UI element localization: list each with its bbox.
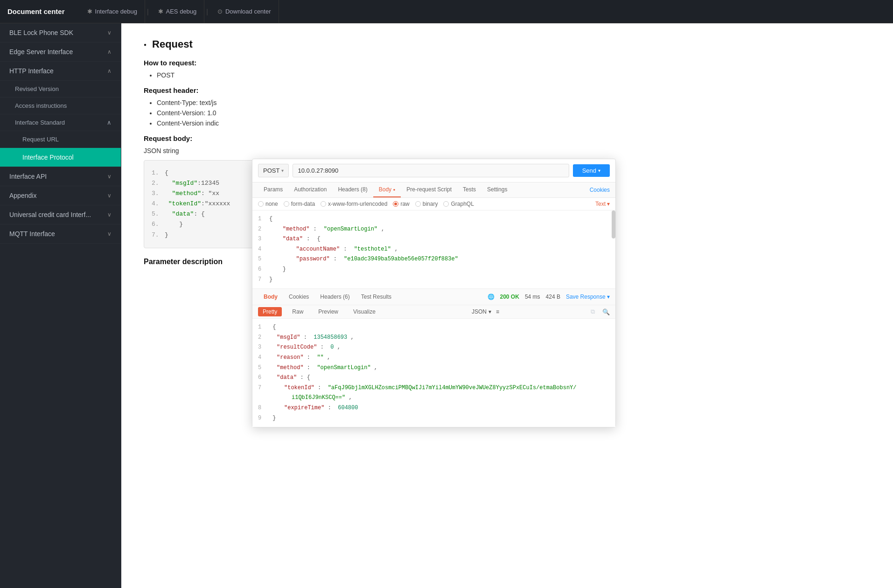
postman-resp-opt-visualize[interactable]: Visualize — [349, 307, 380, 316]
sidebar-item-edge-server[interactable]: Edge Server Interface ∧ — [0, 42, 121, 62]
postman-tab-authorization[interactable]: Authorization — [288, 182, 332, 197]
postman-method-select[interactable]: POST ▾ — [258, 164, 289, 177]
tab-download-center-label: Download center — [225, 8, 271, 15]
scrollbar-handle[interactable] — [612, 210, 615, 238]
copy-icon[interactable]: ⧉ — [591, 308, 595, 315]
body-option-form-data[interactable]: form-data — [284, 201, 315, 207]
sidebar-item-revised-version[interactable]: Revised Version — [0, 81, 121, 98]
format-label: JSON — [472, 308, 487, 315]
request-header-label: Request header: — [144, 86, 500, 94]
postman-tab-body[interactable]: Body ● — [373, 182, 401, 197]
postman-url-input[interactable]: 10.0.0.27:8090 — [293, 164, 569, 177]
sidebar-item-interface-protocol[interactable]: Interface Protocol — [0, 148, 121, 167]
req-line-5: 5 "password" : "e10adc3949ba59abbe56e057… — [258, 254, 610, 265]
chevron-up-icon-http: ∧ — [107, 68, 112, 74]
send-chevron-icon: ▾ — [598, 168, 600, 173]
save-response-button[interactable]: Save Response ▾ — [566, 294, 610, 300]
postman-cookies-link[interactable]: Cookies — [590, 187, 610, 193]
sidebar-item-universal-credit[interactable]: Universal credit card Interf... ∨ — [0, 205, 121, 224]
postman-tab-pre-request[interactable]: Pre-request Script — [401, 182, 457, 197]
how-to-request-label: How to request: — [144, 59, 500, 67]
req-line-6: 6 } — [258, 265, 610, 275]
postman-tab-settings[interactable]: Settings — [481, 182, 513, 197]
postman-tab-tests[interactable]: Tests — [457, 182, 481, 197]
response-ok-status: 200 OK — [500, 294, 519, 300]
sidebar-item-mqtt-label: MQTT Interface — [9, 230, 55, 238]
resp-line-1: 1 { — [258, 322, 610, 333]
postman-resp-opt-raw[interactable]: Raw — [287, 307, 308, 316]
search-icon[interactable]: 🔍 — [602, 308, 610, 315]
postman-request-tabs: Params Authorization Headers (8) Body ● … — [252, 182, 615, 198]
method-chevron-icon: ▾ — [281, 168, 284, 173]
postman-resp-tab-headers[interactable]: Headers (6) — [314, 292, 355, 302]
postman-resp-opt-preview[interactable]: Preview — [314, 307, 343, 316]
body-option-graphql[interactable]: GraphQL — [443, 201, 474, 207]
body-option-urlencoded[interactable]: x-www-form-urlencoded — [321, 201, 387, 207]
chevron-up-icon-standard: ∧ — [107, 119, 112, 126]
sidebar-item-interface-standard-label: Interface Standard — [15, 119, 65, 126]
req-line-2: 2 "method" : "openSmartLogin" , — [258, 224, 610, 235]
postman-send-button[interactable]: Send ▾ — [573, 164, 610, 177]
body-option-raw[interactable]: raw — [393, 201, 409, 207]
sidebar-item-request-url-label: Request URL — [22, 136, 59, 143]
chevron-down-icon: ∨ — [107, 29, 112, 36]
resp-line-7: 7 "tokenId" : "aFqJ9GbjlmXGLHZosmciPMBQw… — [258, 383, 610, 393]
sidebar-item-appendix[interactable]: Appendix ∨ — [0, 186, 121, 205]
chevron-down-icon-api: ∨ — [107, 173, 112, 180]
sidebar-item-http-interface[interactable]: HTTP Interface ∧ — [0, 62, 121, 81]
body-option-none[interactable]: none — [258, 201, 278, 207]
sidebar-item-interface-standard[interactable]: Interface Standard ∧ — [0, 114, 121, 131]
app-title: Document center — [7, 7, 65, 15]
content-area: ● Request How to request: POST Request h… — [121, 23, 893, 588]
tab-aes-debug-label: AES debug — [166, 8, 197, 15]
req-line-1: 1 { — [258, 214, 610, 224]
resp-line-6: 6 "data" : { — [258, 373, 610, 383]
sidebar-item-access-instructions-label: Access instructions — [15, 102, 67, 109]
sidebar-item-ble-lock-label: BLE Lock Phone SDK — [9, 29, 73, 36]
body-option-raw-label: raw — [400, 201, 409, 207]
send-label: Send — [582, 167, 596, 174]
radio-none — [258, 201, 264, 207]
body-option-binary[interactable]: binary — [415, 201, 438, 207]
radio-graphql — [443, 201, 449, 207]
sidebar-item-mqtt[interactable]: MQTT Interface ∨ — [0, 224, 121, 244]
header-item-1: Content-Version: 1.0 — [157, 109, 500, 117]
global-icon: 🌐 — [488, 294, 495, 300]
nav-tabs: ✱ Interface debug | ✱ AES debug | ⊙ Down… — [80, 0, 279, 23]
method-list: POST — [144, 71, 500, 79]
postman-text-dropdown[interactable]: Text ▾ — [595, 201, 610, 207]
tab-aes-debug[interactable]: ✱ AES debug — [151, 0, 205, 23]
filter-icon: ≡ — [496, 308, 499, 315]
save-response-label: Save Response — [566, 294, 606, 300]
resp-line-3: 3 "resultCode" : 0 , — [258, 343, 610, 353]
section-request-heading: ● Request — [144, 38, 500, 50]
postman-format-select[interactable]: JSON ▾ ≡ — [472, 308, 499, 315]
header-item-0: Content-Type: text/js — [157, 99, 500, 106]
postman-resp-tab-test-results[interactable]: Test Results — [356, 292, 397, 302]
postman-resp-tab-cookies[interactable]: Cookies — [283, 292, 314, 302]
chevron-up-icon: ∧ — [107, 49, 112, 55]
sidebar-item-request-url[interactable]: Request URL — [0, 131, 121, 148]
sidebar-item-edge-server-label: Edge Server Interface — [9, 48, 73, 56]
tab-interface-debug[interactable]: ✱ Interface debug — [80, 0, 145, 23]
postman-tab-params[interactable]: Params — [258, 182, 288, 197]
postman-resp-tab-body[interactable]: Body — [258, 292, 283, 302]
sidebar-item-ble-lock[interactable]: BLE Lock Phone SDK ∨ — [0, 23, 121, 42]
sidebar-item-access-instructions[interactable]: Access instructions — [0, 98, 121, 114]
req-line-7: 7 } — [258, 275, 610, 285]
resp-line-8: 8 "expireTime" : 604800 — [258, 403, 610, 413]
chevron-down-icon-appendix: ∨ — [107, 192, 112, 199]
sidebar-item-interface-api[interactable]: Interface API ∨ — [0, 167, 121, 186]
sidebar-item-revised-version-label: Revised Version — [15, 85, 59, 92]
radio-binary — [415, 201, 421, 207]
postman-tab-headers[interactable]: Headers (8) — [332, 182, 373, 197]
text-chevron-icon: ▾ — [607, 201, 610, 207]
req-line-3: 3 "data" : { — [258, 234, 610, 245]
chevron-down-icon-mqtt: ∨ — [107, 231, 112, 237]
resp-line-9: 9 } — [258, 413, 610, 424]
tab-download-center[interactable]: ⊙ Download center — [210, 0, 279, 23]
request-body-label: Request body: — [144, 134, 500, 142]
headers-list: Content-Type: text/js Content-Version: 1… — [144, 99, 500, 127]
postman-resp-opt-pretty[interactable]: Pretty — [258, 307, 282, 316]
resp-line-4: 4 "reason" : "" , — [258, 353, 610, 363]
